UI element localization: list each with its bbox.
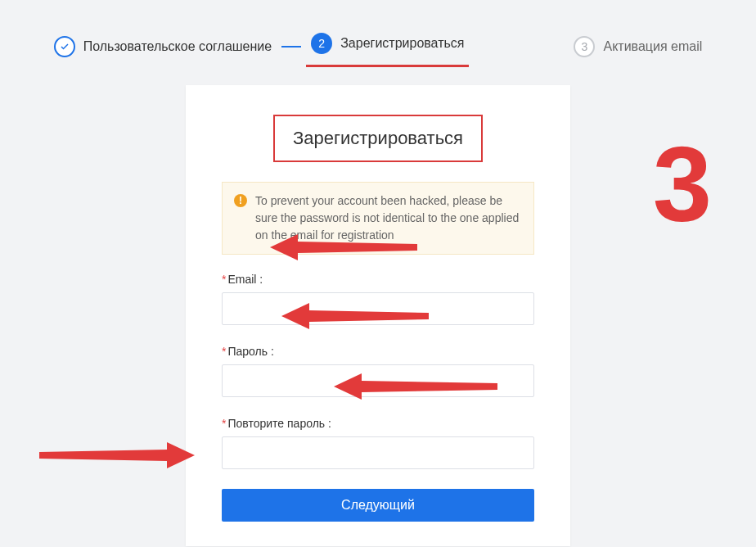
field-password: *Пароль : (222, 345, 534, 397)
step-agreement: Пользовательское соглашение (54, 36, 272, 57)
notice-text: To prevent your account been hacked, ple… (255, 194, 519, 242)
password-input[interactable] (222, 364, 534, 397)
password-repeat-label: *Повторите пароль : (222, 417, 534, 430)
step-register-wrap: 2 Зарегистрироваться (311, 33, 464, 61)
email-label: *Email : (222, 273, 534, 286)
step-number-icon: 3 (574, 36, 595, 57)
card-title-box: Зарегистрироваться (273, 115, 483, 162)
password-repeat-input[interactable] (222, 436, 534, 469)
step-label: Пользовательское соглашение (83, 39, 272, 54)
field-password-repeat: *Повторите пароль : (222, 417, 534, 469)
step-number-icon: 2 (311, 33, 332, 54)
email-input[interactable] (222, 292, 534, 325)
step-activation: 3 Активация email (574, 36, 702, 57)
warning-icon: ! (234, 194, 247, 207)
annotation-number: 3 (653, 131, 712, 237)
step-label: Активация email (603, 39, 702, 54)
arrow-icon (39, 439, 195, 472)
stepper: Пользовательское соглашение 2 Зарегистри… (0, 0, 756, 77)
card-title: Зарегистрироваться (293, 128, 463, 149)
next-button[interactable]: Следующий (222, 489, 534, 522)
field-email: *Email : (222, 273, 534, 325)
check-icon (54, 36, 75, 57)
password-label: *Пароль : (222, 345, 534, 358)
svg-marker-3 (39, 442, 195, 468)
step-connector (281, 46, 301, 47)
registration-card: Зарегистрироваться ! To prevent your acc… (186, 85, 570, 546)
step-register: 2 Зарегистрироваться (311, 33, 464, 54)
step-label: Зарегистрироваться (340, 36, 464, 51)
security-notice: ! To prevent your account been hacked, p… (222, 182, 534, 255)
